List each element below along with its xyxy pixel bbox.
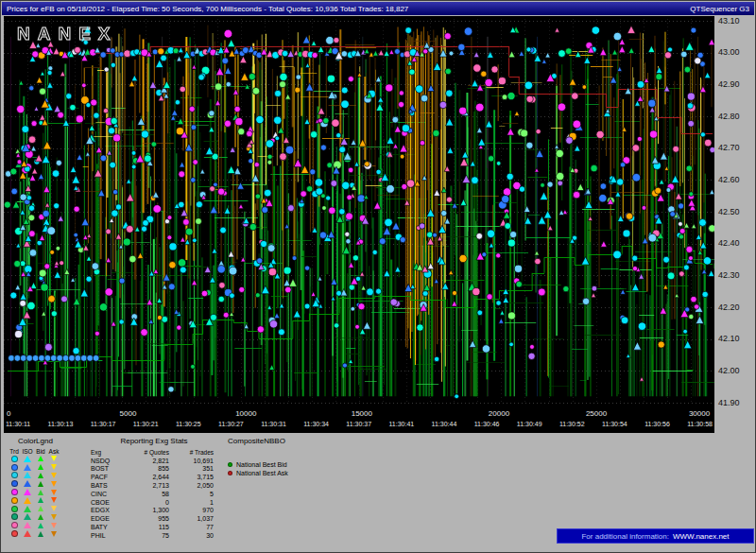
nanex-url-link[interactable]: WWW.nanex.net [673,532,730,541]
exchange-name: BOST [91,465,125,472]
iso-marker-cell [21,464,34,471]
price-tick-label: 42.00 [718,366,740,375]
exchange-name: EDGE [91,515,125,522]
bid-marker-icon [38,514,43,520]
iso-marker-cell [21,506,34,512]
time-tick-label: 11:30:58 [687,421,713,427]
price-axis: 43.1043.0042.9042.8042.7042.6042.5042.40… [716,16,756,407]
iso-marker-cell [21,472,34,478]
sequence-tick-label: 25000 [586,409,607,418]
exchange-name: PHIL [91,532,125,539]
time-tick-label: 11:30:37 [346,421,371,427]
trade-marker-cell [8,530,21,537]
trade-marker-cell [8,456,21,462]
trade-count: 5 [169,491,214,497]
time-tick-label: 11:30:52 [559,421,585,427]
trade-circle-icon [11,497,18,504]
bid-marker-cell [34,531,47,537]
time-tick-label: 11:30:11 [6,421,30,427]
ask-marker-icon [51,523,57,528]
x-axis: 050001000015000200002500030000 11:30:111… [4,407,714,433]
iso-marker-cell [21,456,34,462]
trade-count: 1 [169,499,214,506]
nbbo-label: National Best Bid [236,461,287,468]
bid-marker-cell [34,473,47,478]
bid-marker-icon [38,523,43,528]
ask-marker-icon [51,497,57,503]
iso-triangle-icon [24,497,31,504]
price-tick-label: 42.40 [718,238,740,248]
ask-marker-cell [47,531,60,537]
exchange-name: CINC [91,491,125,497]
legend-panel: ColorLgnd Trd ISO Bid Ask Reporting Exg … [1,434,756,553]
ask-marker-cell [47,490,60,495]
time-tick-label: 11:30:34 [303,421,329,427]
color-legend-row [8,529,68,538]
trade-count: 10,691 [169,458,214,464]
stats-row: BOST855351 [91,465,217,474]
price-tick-label: 41.90 [718,398,740,407]
footer-text: For additional information: [581,532,669,541]
ask-marker-icon [51,473,57,478]
nbbo-title: CompositeNBBO [228,437,341,445]
reporting-exchange-stats: Reporting Exg Stats Exg # Quotes # Trade… [91,437,217,540]
iso-marker-cell [21,513,34,520]
ask-marker-cell [47,481,60,487]
ask-marker-cell [47,473,60,478]
ask-marker-cell [47,464,60,470]
iso-triangle-icon [24,480,31,487]
trade-circle-icon [11,480,18,487]
bid-marker-icon [38,531,43,537]
color-legend-columns: Trd ISO Bid Ask [8,448,68,455]
trade-count: 351 [169,465,214,472]
trade-count: 77 [169,524,214,530]
sequence-tick-label: 10000 [235,409,256,418]
bid-marker-cell [34,490,47,495]
bid-marker-icon [38,464,43,470]
qtsequencer-window: Prices for eFB on 05/18/2012 - Elapsed T… [0,0,756,553]
quote-count: 1,300 [125,507,169,513]
color-legend-row [8,513,68,522]
nbbo-dot-icon [228,471,232,475]
price-tick-label: 42.60 [718,175,740,184]
trade-circle-icon [11,530,18,537]
time-tick-label: 11:30:49 [517,421,542,427]
bid-marker-icon [38,456,43,461]
time-tick-label: 11:30:31 [261,421,286,427]
iso-marker-cell [21,489,34,495]
trade-marker-cell [8,472,21,478]
ask-marker-cell [47,506,60,511]
col-iso: ISO [21,448,34,455]
color-legend: ColorLgnd Trd ISO Bid Ask [8,437,68,538]
trade-circle-icon [11,513,18,520]
sequence-tick-label: 0 [7,409,10,418]
price-tick-label: 42.90 [718,79,740,89]
quote-count: 2,713 [125,482,169,489]
stats-row: EDGX1,300970 [91,507,217,515]
composite-nbbo-legend: CompositeNBBO National Best BidNational … [228,437,341,477]
exchange-name: NSDQ [91,458,125,464]
price-tick-label: 43.00 [718,47,740,57]
color-legend-row [8,472,68,480]
color-legend-row [8,496,68,505]
trade-marker-cell [8,480,21,487]
time-tick-label: 11:30:27 [218,421,244,427]
iso-marker-cell [21,480,34,487]
bid-marker-cell [34,506,47,511]
ask-marker-cell [47,497,60,503]
app-name: QTSequencer G3 [690,5,749,13]
stats-row: NSDQ2,82110,691 [91,457,217,465]
price-tick-label: 42.50 [718,207,740,216]
color-legend-rows [8,455,68,538]
trade-circle-icon [11,522,18,528]
trade-circle-icon [11,489,18,495]
iso-triangle-icon [24,506,31,512]
exchange-name: EDGX [91,507,125,513]
bid-marker-cell [34,497,47,503]
quote-count: 58 [125,491,169,497]
quote-trade-scatter-canvas[interactable] [4,16,714,407]
price-tick-label: 42.20 [718,302,740,312]
exchange-name: PACF [91,474,125,480]
sequence-tick-label: 5000 [120,409,137,418]
bid-marker-icon [38,473,43,478]
